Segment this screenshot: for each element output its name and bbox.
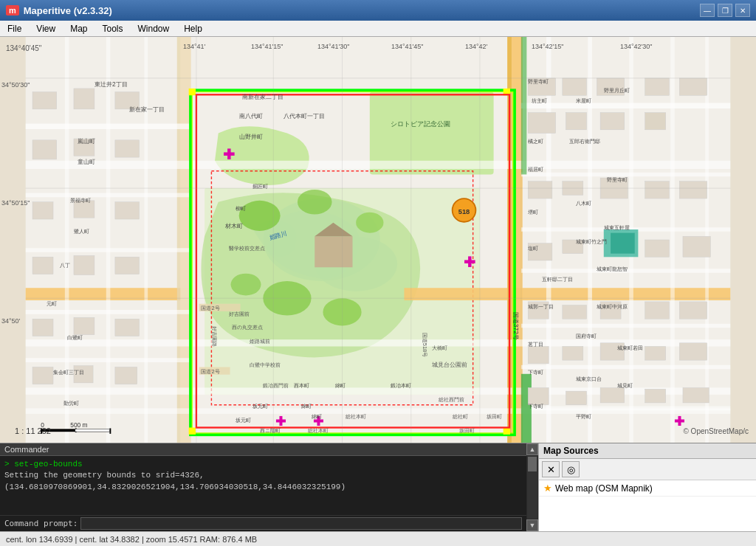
menu-tools[interactable]: Tools (94, 21, 130, 36)
svg-point-6 (298, 190, 332, 215)
sources-panel: Map Sources ✕ ◎ ★ Web map (OSM Mapnik) (538, 443, 756, 531)
scroll-thumb (528, 457, 537, 471)
svg-rect-17 (507, 37, 523, 443)
svg-rect-22 (26, 408, 731, 413)
svg-rect-11 (211, 171, 472, 405)
coord-lat1: 34°50'30" (1, 81, 30, 89)
maximize-button[interactable]: ❐ (718, 4, 732, 17)
svg-text:✚: ✚ (464, 255, 475, 270)
svg-rect-55 (645, 113, 666, 130)
svg-rect-43 (521, 374, 532, 443)
source-item-0[interactable]: ★ Web map (OSM Mapnik) (539, 480, 756, 497)
svg-text:城東京口台: 城東京口台 (575, 376, 602, 382)
svg-text:綿町: 綿町 (334, 382, 346, 389)
svg-rect-68 (645, 302, 670, 319)
svg-rect-64 (683, 236, 710, 257)
svg-rect-88 (115, 202, 140, 219)
commander-line-2: (134.6810970869901,34.8329026521904,134.… (4, 482, 522, 493)
svg-rect-106 (196, 94, 509, 427)
svg-rect-4 (205, 188, 480, 395)
svg-text:518: 518 (458, 208, 470, 215)
svg-text:大橋町: 大橋町 (432, 345, 447, 351)
svg-rect-100 (190, 91, 514, 435)
svg-point-2 (315, 236, 397, 291)
menu-file[interactable]: File (0, 21, 29, 36)
svg-rect-65 (528, 302, 549, 319)
svg-rect-103 (504, 89, 510, 95)
svg-text:集会町三丁目: 集会町三丁目 (53, 369, 84, 376)
svg-text:城郭一丁目: 城郭一丁目 (527, 303, 554, 310)
svg-rect-200 (109, 428, 111, 433)
scroll-up-button[interactable]: ▲ (526, 443, 538, 455)
sources-list: ★ Web map (OSM Mapnik) (539, 480, 756, 531)
svg-text:✚: ✚ (223, 147, 235, 162)
commander-scrollbar[interactable]: ▲ ▼ (526, 443, 538, 531)
svg-rect-89 (32, 257, 53, 274)
svg-text:坂元町: 坂元町 (235, 417, 251, 424)
svg-text:シロトピア記念公園: シロトピア記念公園 (391, 120, 450, 128)
svg-text:坂田町: 坂田町 (486, 413, 502, 420)
svg-text:材木町: 材木町 (224, 222, 243, 229)
svg-text:八木町: 八木町 (576, 200, 591, 207)
svg-rect-81 (74, 89, 94, 109)
menubar: File View Map Tools Window Help (0, 21, 756, 37)
close-button[interactable]: ✕ (735, 4, 750, 17)
svg-text:新在家一丁目: 新在家一丁目 (129, 106, 165, 113)
svg-text:元町: 元町 (47, 300, 57, 307)
svg-rect-84 (74, 139, 94, 156)
svg-text:八丁: 八丁 (60, 262, 70, 269)
main-area: 518 国道372号 ✚ ✚ ✚ ✚ ✚ (0, 37, 756, 546)
svg-text:下寺町: 下寺町 (528, 369, 543, 376)
svg-text:鍛冶西門前: 鍛冶西門前 (263, 382, 289, 389)
svg-rect-105 (504, 427, 510, 434)
menu-view[interactable]: View (29, 21, 63, 36)
svg-rect-46 (611, 233, 635, 254)
svg-text:白鷺中学校前: 白鷺中学校前 (250, 362, 281, 368)
svg-rect-79 (683, 387, 709, 403)
svg-text:好吉園前: 好吉園前 (229, 311, 250, 317)
titlebar: m Maperitive (v2.3.32) — ❐ ✕ (0, 0, 756, 21)
svg-text:総社町: 総社町 (452, 413, 468, 420)
svg-text:五郎右衛門邸: 五郎右衛門邸 (569, 138, 600, 145)
map-container[interactable]: 518 国道372号 ✚ ✚ ✚ ✚ ✚ (0, 37, 756, 443)
svg-text:野里寺町: 野里寺町 (607, 176, 628, 183)
svg-rect-83 (32, 140, 57, 159)
svg-rect-21 (26, 387, 731, 394)
scroll-down-button[interactable]: ▼ (526, 519, 538, 531)
svg-rect-71 (563, 346, 583, 360)
svg-rect-95 (32, 367, 53, 384)
svg-rect-70 (528, 346, 549, 363)
minimize-button[interactable]: — (700, 4, 715, 17)
svg-text:塩町: 塩町 (527, 245, 538, 252)
delete-source-button[interactable]: ✕ (542, 461, 560, 477)
menu-map[interactable]: Map (63, 21, 94, 36)
svg-rect-51 (679, 78, 707, 95)
command-input[interactable] (80, 517, 522, 530)
source-star-icon: ★ (543, 483, 552, 494)
menu-window[interactable]: Window (131, 21, 177, 36)
svg-text:国道372号: 国道372号 (512, 312, 520, 340)
svg-text:福居町: 福居町 (528, 166, 543, 173)
svg-text:国道518号: 国道518号 (422, 333, 428, 357)
svg-text:西の丸交差点: 西の丸交差点 (232, 324, 263, 331)
menu-help[interactable]: Help (176, 21, 210, 36)
coord-lon3: 134°41'30" (317, 43, 350, 50)
svg-text:野里月丘町: 野里月丘町 (604, 87, 630, 94)
svg-rect-104 (189, 427, 196, 434)
app-title-text: Maperitive (v2.3.32) (24, 5, 112, 16)
add-source-button[interactable]: ◎ (562, 461, 580, 477)
svg-text:米屋町: 米屋町 (576, 97, 591, 104)
svg-rect-91 (115, 257, 140, 274)
scroll-track (527, 456, 537, 519)
svg-rect-3 (370, 92, 494, 175)
svg-rect-94 (115, 319, 140, 336)
svg-rect-56 (528, 182, 552, 198)
svg-text:野里寺町: 野里寺町 (528, 78, 549, 85)
commander-output: > set-geo-bounds Setting the geometry bo… (0, 456, 526, 515)
svg-rect-14 (404, 288, 514, 300)
svg-text:綿町: 綿町 (300, 403, 312, 410)
svg-text:総社西門前: 総社西門前 (438, 396, 464, 403)
svg-text:坂元町: 坂元町 (252, 403, 268, 410)
svg-text:坂田町: 坂田町 (458, 427, 475, 434)
sources-toolbar: ✕ ◎ (539, 459, 756, 480)
